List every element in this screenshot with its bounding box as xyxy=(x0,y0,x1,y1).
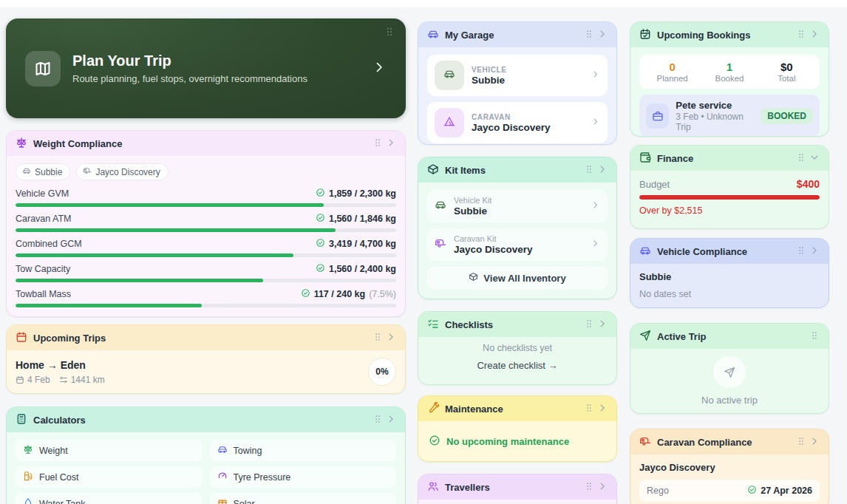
weight-compliance-header[interactable]: Weight Compliance xyxy=(7,131,405,156)
vehicle-chip[interactable]: Subbie xyxy=(16,163,70,180)
calculator-item-water-tank[interactable]: Water Tank xyxy=(16,493,203,504)
metric-value: 1,560 / 2,400 kg xyxy=(329,264,396,274)
drag-handle-icon[interactable] xyxy=(373,137,383,150)
chevron-right-icon[interactable] xyxy=(809,29,820,41)
card-title: Calculators xyxy=(33,415,86,426)
button-label: View All Inventory xyxy=(483,273,565,284)
card-title: Travellers xyxy=(445,482,490,493)
chevron-right-icon[interactable] xyxy=(597,319,608,331)
kit-row-vehicle[interactable]: Vehicle Kit Subbie xyxy=(427,190,608,222)
drag-handle-icon[interactable] xyxy=(584,403,594,415)
plan-your-trip-banner[interactable]: Plan Your Trip Route planning, fuel stop… xyxy=(6,18,406,118)
droplet-icon xyxy=(23,497,33,504)
create-checklist-link[interactable]: Create checklist → xyxy=(427,360,608,371)
route-icon xyxy=(59,375,68,384)
booking-row[interactable]: Pete service 3 Feb • Unknown Trip BOOKED xyxy=(639,95,820,137)
travellers-header[interactable]: Travellers xyxy=(418,474,616,500)
scale-icon xyxy=(23,444,33,457)
my-garage-card: My Garage VEHICLE Subbie CARAVAN Jayco D… xyxy=(418,21,617,145)
chevron-right-icon[interactable] xyxy=(372,60,387,78)
caravan-name: Jayco Discovery xyxy=(639,462,820,473)
calculator-item-towing[interactable]: Towing xyxy=(210,440,397,461)
chevron-down-icon[interactable] xyxy=(809,152,820,165)
caravan-icon xyxy=(83,166,92,177)
rego-value: 27 Apr 2026 xyxy=(761,486,812,496)
chevron-right-icon[interactable] xyxy=(809,245,820,258)
left-column: Plan Your Trip Route planning, fuel stop… xyxy=(6,18,406,504)
stat-booked-value: 1 xyxy=(701,61,758,73)
active-trip-header[interactable]: Active Trip xyxy=(630,324,829,349)
upcoming-bookings-header[interactable]: Upcoming Bookings xyxy=(630,22,829,47)
metric-label: Combined GCM xyxy=(16,239,82,249)
empty-state-text: No checklists yet xyxy=(483,343,552,353)
drag-handle-icon[interactable] xyxy=(809,330,820,343)
stat-total-value: $0 xyxy=(758,61,815,73)
calculator-item-fuel-cost[interactable]: Fuel Cost xyxy=(16,466,203,488)
progress-fill xyxy=(16,279,263,282)
calc-label: Fuel Cost xyxy=(39,472,79,483)
trip-row[interactable]: Home → Eden 4 Feb 1441 km 0% xyxy=(16,358,396,386)
send-icon xyxy=(713,356,746,388)
drag-handle-icon[interactable] xyxy=(584,319,594,331)
maintenance-status: No upcoming maintenance xyxy=(446,436,569,447)
chevron-right-icon[interactable] xyxy=(597,164,608,177)
calc-label: Weight xyxy=(39,446,68,456)
booking-name: Pete service xyxy=(676,100,754,111)
caravan-icon xyxy=(435,237,446,252)
chevron-right-icon[interactable] xyxy=(597,403,608,415)
row-type: CARAVAN xyxy=(472,113,551,121)
metric-label: Caravan ATM xyxy=(16,214,72,224)
drag-handle-icon[interactable] xyxy=(584,481,594,494)
car-icon xyxy=(435,61,464,90)
chevron-right-icon[interactable] xyxy=(386,332,396,344)
chevron-right-icon xyxy=(591,200,600,213)
rego-label: Rego xyxy=(647,486,669,496)
banner-title: Plan Your Trip xyxy=(72,52,307,69)
caravan-chip[interactable]: Jayco Discovery xyxy=(76,163,168,180)
drag-handle-icon[interactable] xyxy=(796,152,806,165)
maintenance-header[interactable]: Maintenance xyxy=(418,396,616,421)
vehicle-compliance-header[interactable]: Vehicle Compliance xyxy=(630,239,829,264)
stat-total-label: Total xyxy=(758,74,815,83)
chevron-right-icon[interactable] xyxy=(809,436,820,449)
drag-handle-icon[interactable] xyxy=(796,245,806,258)
wrench-icon xyxy=(427,402,439,416)
garage-row-vehicle[interactable]: VEHICLE Subbie xyxy=(427,55,608,96)
chevron-right-icon[interactable] xyxy=(386,137,396,150)
calculators-header[interactable]: Calculators xyxy=(7,407,405,432)
chevron-right-icon xyxy=(591,69,600,82)
drag-handle-icon[interactable] xyxy=(584,29,594,41)
drag-handle-icon[interactable] xyxy=(796,29,806,41)
finance-header[interactable]: Finance xyxy=(630,146,829,171)
scale-icon xyxy=(16,137,27,151)
stat-planned-label: Planned xyxy=(644,74,701,83)
my-garage-header[interactable]: My Garage xyxy=(418,22,616,47)
drag-handle-icon[interactable] xyxy=(584,164,594,177)
checklists-card: Checklists No checklists yet Create chec… xyxy=(418,311,617,385)
top-whitespace xyxy=(0,0,847,7)
garage-row-caravan[interactable]: CARAVAN Jayco Discovery xyxy=(427,102,608,143)
upcoming-bookings-card: Upcoming Bookings 0 Planned 1 Booked $0 … xyxy=(630,21,829,137)
metric-row: Tow Capacity 1,560 / 2,400 kg xyxy=(16,263,396,282)
drag-handle-icon[interactable] xyxy=(373,332,383,344)
kit-row-caravan[interactable]: Caravan Kit Jayco Discovery xyxy=(427,228,608,261)
calculator-item-tyre-pressure[interactable]: Tyre Pressure xyxy=(210,466,397,488)
chevron-right-icon[interactable] xyxy=(386,414,396,426)
caravan-icon xyxy=(639,435,651,449)
drag-handle-icon[interactable] xyxy=(373,414,383,426)
map-icon xyxy=(25,51,61,86)
drag-handle-icon[interactable] xyxy=(384,26,395,41)
checklists-header[interactable]: Checklists xyxy=(418,312,616,337)
calculator-item-solar[interactable]: Solar xyxy=(210,493,397,504)
chevron-right-icon[interactable] xyxy=(597,481,608,494)
kit-items-header[interactable]: Kit Items xyxy=(418,157,616,183)
metric-value: 3,419 / 4,700 kg xyxy=(329,239,396,249)
upcoming-trips-header[interactable]: Upcoming Trips xyxy=(7,325,405,350)
caravan-compliance-header[interactable]: Caravan Compliance xyxy=(630,429,829,454)
chevron-right-icon[interactable] xyxy=(597,29,608,41)
right-column: Upcoming Bookings 0 Planned 1 Booked $0 … xyxy=(630,21,829,504)
calculator-item-weight[interactable]: Weight xyxy=(16,440,203,461)
drag-handle-icon[interactable] xyxy=(796,436,806,449)
view-all-inventory-button[interactable]: View All Inventory xyxy=(427,267,608,289)
progress-fill xyxy=(16,304,202,307)
